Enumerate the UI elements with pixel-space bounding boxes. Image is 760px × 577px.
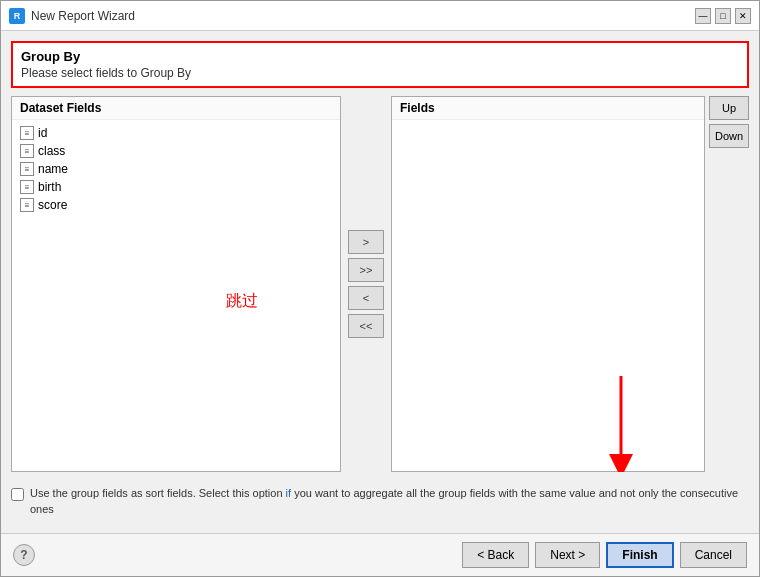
field-name-label: class: [38, 144, 65, 158]
field-type-icon: ≡: [20, 180, 34, 194]
field-item[interactable]: ≡ class: [12, 142, 340, 160]
fields-panel-header: Fields: [392, 97, 704, 120]
field-type-icon: ≡: [20, 126, 34, 140]
arrow-buttons-group: > >> < <<: [341, 96, 391, 472]
skip-text: 跳过: [226, 291, 258, 312]
finish-button[interactable]: Finish: [606, 542, 673, 568]
field-name-label: name: [38, 162, 68, 176]
field-type-icon: ≡: [20, 144, 34, 158]
fields-row: Dataset Fields ≡ id ≡ class ≡ name ≡ bir…: [11, 96, 749, 472]
checkbox-label: Use the group fields as sort fields. Sel…: [30, 486, 749, 517]
move-left-all-button[interactable]: <<: [348, 314, 384, 338]
footer-right: < Back Next > Finish Cancel: [462, 542, 747, 568]
group-by-header: Group By Please select fields to Group B…: [11, 41, 749, 88]
field-item[interactable]: ≡ name: [12, 160, 340, 178]
move-right-one-button[interactable]: >: [348, 230, 384, 254]
move-right-all-button[interactable]: >>: [348, 258, 384, 282]
main-window: R New Report Wizard — □ ✕ Group By Pleas…: [0, 0, 760, 577]
dataset-field-list: ≡ id ≡ class ≡ name ≡ birth ≡ score: [12, 120, 340, 471]
checkbox-label-start: Use the group fields as sort fields. Sel…: [30, 487, 286, 499]
next-button[interactable]: Next >: [535, 542, 600, 568]
title-bar: R New Report Wizard — □ ✕: [1, 1, 759, 31]
group-by-title: Group By: [21, 49, 739, 64]
maximize-button[interactable]: □: [715, 8, 731, 24]
title-bar-left: R New Report Wizard: [9, 8, 135, 24]
move-left-one-button[interactable]: <: [348, 286, 384, 310]
cancel-button[interactable]: Cancel: [680, 542, 747, 568]
field-name-label: id: [38, 126, 47, 140]
window-title: New Report Wizard: [31, 9, 135, 23]
field-type-icon: ≡: [20, 198, 34, 212]
svg-text:R: R: [14, 11, 21, 21]
field-name-label: birth: [38, 180, 61, 194]
content-area: Group By Please select fields to Group B…: [1, 31, 759, 533]
footer-left: ?: [13, 544, 35, 566]
minimize-button[interactable]: —: [695, 8, 711, 24]
down-button[interactable]: Down: [709, 124, 749, 148]
dataset-panel: Dataset Fields ≡ id ≡ class ≡ name ≡ bir…: [11, 96, 341, 472]
fields-list: [392, 120, 704, 471]
up-button[interactable]: Up: [709, 96, 749, 120]
updown-col: Up Down: [709, 96, 749, 472]
field-item[interactable]: ≡ birth: [12, 178, 340, 196]
help-button[interactable]: ?: [13, 544, 35, 566]
fields-panel: Fields: [391, 96, 705, 472]
field-item[interactable]: ≡ id: [12, 124, 340, 142]
main-panel: Dataset Fields ≡ id ≡ class ≡ name ≡ bir…: [11, 96, 749, 472]
footer-bar: ? < Back Next > Finish Cancel: [1, 533, 759, 576]
window-controls: — □ ✕: [695, 8, 751, 24]
back-button[interactable]: < Back: [462, 542, 529, 568]
field-name-label: score: [38, 198, 67, 212]
group-by-subtitle: Please select fields to Group By: [21, 66, 739, 80]
checkbox-row: Use the group fields as sort fields. Sel…: [11, 480, 749, 523]
right-section: Fields Up Down: [391, 96, 749, 472]
dataset-panel-header: Dataset Fields: [12, 97, 340, 120]
close-button[interactable]: ✕: [735, 8, 751, 24]
sort-fields-checkbox[interactable]: [11, 488, 24, 501]
app-icon: R: [9, 8, 25, 24]
field-item[interactable]: ≡ score: [12, 196, 340, 214]
field-type-icon: ≡: [20, 162, 34, 176]
